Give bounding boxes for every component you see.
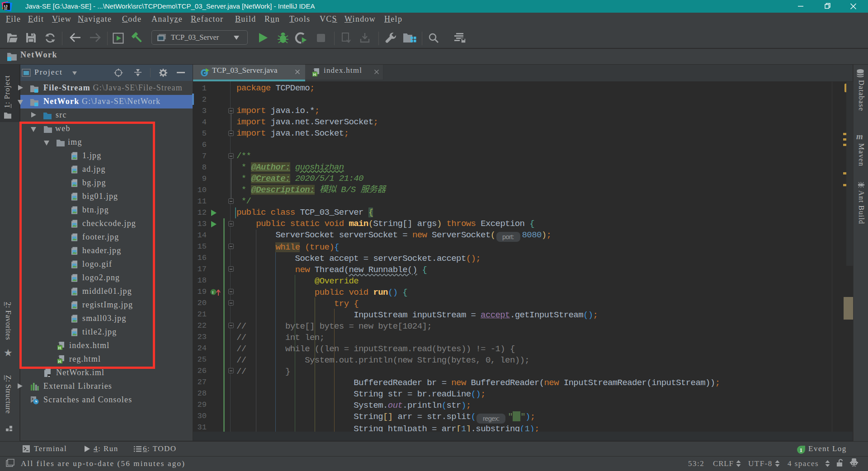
svg-text:IJ: IJ: [4, 4, 8, 9]
svg-text:I: I: [212, 290, 214, 295]
svg-text:1: 1: [800, 447, 803, 453]
svg-text:C: C: [203, 71, 206, 77]
